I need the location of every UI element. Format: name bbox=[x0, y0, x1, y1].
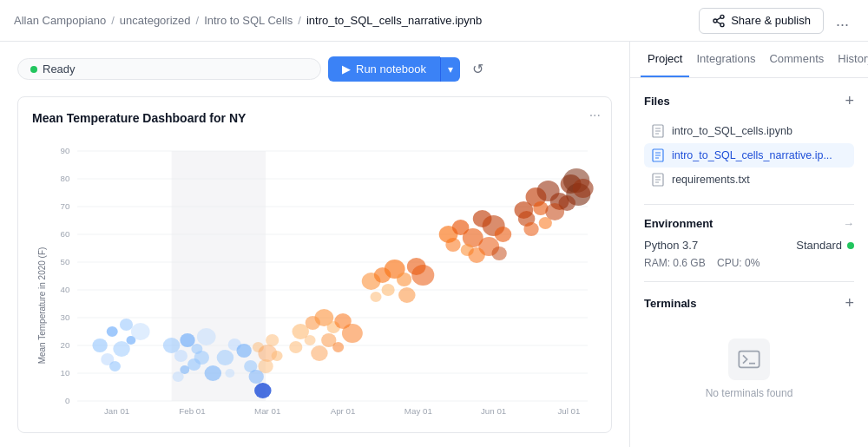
svg-point-71 bbox=[289, 341, 302, 353]
terminals-section: Terminals + No terminals found bbox=[644, 294, 854, 417]
notebook-area: Ready ▶ Run notebook ▾ ↺ Mean Temperatur… bbox=[0, 42, 629, 447]
breadcrumb-item-3[interactable]: Intro to SQL Cells bbox=[204, 14, 293, 27]
add-file-button[interactable]: + bbox=[845, 92, 854, 110]
sidebar-tabs: Project Integrations Comments History bbox=[630, 42, 868, 78]
svg-point-43 bbox=[180, 333, 194, 347]
sidebar-content: Files + intro_to_SQL_cells.ipynb bbox=[630, 78, 868, 447]
more-options-button[interactable]: ... bbox=[831, 8, 854, 34]
svg-point-49 bbox=[173, 371, 184, 382]
environment-section: Environment → Python 3.7 Standard RAM: 0… bbox=[644, 217, 854, 269]
svg-point-48 bbox=[194, 351, 209, 365]
svg-point-62 bbox=[254, 383, 272, 398]
status-dot bbox=[30, 66, 37, 73]
share-publish-button[interactable]: Share & publish bbox=[699, 8, 824, 34]
svg-text:80: 80 bbox=[61, 174, 70, 183]
svg-point-73 bbox=[332, 342, 344, 352]
file-item-2[interactable]: intro_to_SQL_cells_narrative.ip... bbox=[644, 143, 854, 168]
svg-point-107 bbox=[539, 217, 552, 229]
file-item-1[interactable]: intro_to_SQL_cells.ipynb bbox=[644, 119, 854, 143]
terminals-section-header: Terminals + bbox=[644, 294, 854, 312]
env-stats: RAM: 0.6 GB CPU: 0% bbox=[644, 257, 854, 269]
svg-point-33 bbox=[92, 339, 107, 352]
tab-integrations[interactable]: Integrations bbox=[689, 42, 762, 77]
add-terminal-button[interactable]: + bbox=[845, 294, 854, 312]
tab-project[interactable]: Project bbox=[641, 42, 689, 77]
status-label: Ready bbox=[43, 62, 76, 76]
env-arrow-icon: → bbox=[843, 217, 854, 230]
breadcrumb-sep-1: / bbox=[111, 14, 115, 27]
svg-point-61 bbox=[266, 334, 279, 346]
chart-container: Mean Temperature Dashboard for NY ··· Me… bbox=[17, 96, 612, 433]
svg-point-88 bbox=[495, 227, 512, 242]
svg-point-42 bbox=[174, 350, 187, 362]
svg-point-0 bbox=[720, 15, 724, 18]
chart-title: Mean Temperature Dashboard for NY bbox=[32, 111, 597, 125]
svg-text:70: 70 bbox=[61, 201, 70, 211]
divider-1 bbox=[644, 204, 854, 205]
svg-text:40: 40 bbox=[61, 285, 70, 294]
svg-point-89 bbox=[445, 238, 460, 252]
svg-point-77 bbox=[397, 273, 411, 286]
tab-comments[interactable]: Comments bbox=[762, 42, 831, 77]
breadcrumb-item-2[interactable]: uncategorized bbox=[120, 14, 191, 27]
run-dropdown-button[interactable]: ▾ bbox=[440, 57, 460, 82]
svg-point-79 bbox=[382, 284, 395, 296]
breadcrumb: Allan Campopiano / uncategorized / Intro… bbox=[14, 14, 482, 27]
file-name-3: requirements.txt bbox=[672, 174, 750, 186]
svg-text:Jan 01: Jan 01 bbox=[104, 406, 129, 416]
svg-text:90: 90 bbox=[61, 146, 70, 155]
divider-2 bbox=[644, 281, 854, 282]
notebook-icon-2 bbox=[651, 148, 665, 162]
file-item-3[interactable]: requirements.txt bbox=[644, 168, 854, 192]
main-layout: Ready ▶ Run notebook ▾ ↺ Mean Temperatur… bbox=[0, 42, 868, 447]
refresh-button[interactable]: ↺ bbox=[467, 56, 489, 82]
svg-point-50 bbox=[205, 365, 222, 381]
svg-point-70 bbox=[342, 324, 363, 343]
svg-text:Feb 01: Feb 01 bbox=[179, 406, 205, 416]
env-status-dot bbox=[847, 242, 854, 249]
svg-point-35 bbox=[113, 341, 130, 357]
svg-point-1 bbox=[713, 19, 717, 23]
svg-point-39 bbox=[131, 323, 150, 340]
breadcrumb-current: intro_to_SQL_cells_narrative.ipynb bbox=[306, 14, 482, 27]
breadcrumb-sep-2: / bbox=[196, 14, 200, 27]
chart-more-button[interactable]: ··· bbox=[589, 108, 601, 123]
tab-history[interactable]: History bbox=[831, 42, 868, 77]
svg-text:May 01: May 01 bbox=[404, 406, 432, 416]
env-section-header: Environment → bbox=[644, 217, 854, 230]
terminals-empty-state: No terminals found bbox=[644, 321, 854, 417]
run-notebook-button[interactable]: ▶ Run notebook bbox=[328, 56, 440, 82]
svg-text:Mar 01: Mar 01 bbox=[254, 406, 280, 416]
env-type-row: Standard bbox=[796, 239, 854, 252]
refresh-icon: ↺ bbox=[472, 62, 483, 76]
right-sidebar: Project Integrations Comments History Fi… bbox=[629, 42, 868, 447]
env-section-title: Environment bbox=[644, 217, 713, 230]
scatter-chart: Mean Temperature in 2020 (F) 0 10 20 30 bbox=[32, 132, 597, 418]
chart-area: Mean Temperature in 2020 (F) 0 10 20 30 bbox=[32, 132, 597, 418]
svg-point-106 bbox=[523, 222, 538, 236]
notebook-icon-1 bbox=[651, 124, 665, 138]
svg-text:60: 60 bbox=[61, 229, 70, 239]
terminals-section-title: Terminals bbox=[644, 297, 696, 310]
svg-point-45 bbox=[197, 328, 216, 345]
svg-point-68 bbox=[305, 335, 316, 345]
svg-text:20: 20 bbox=[61, 340, 70, 350]
svg-point-40 bbox=[109, 361, 121, 371]
svg-point-34 bbox=[107, 326, 118, 337]
x-axis: Jan 01 Feb 01 Mar 01 Apr 01 May 01 Jun 0… bbox=[104, 406, 580, 416]
svg-text:Jun 01: Jun 01 bbox=[481, 406, 506, 416]
breadcrumb-item-1[interactable]: Allan Campopiano bbox=[14, 14, 106, 27]
svg-point-51 bbox=[217, 350, 234, 365]
svg-point-92 bbox=[468, 247, 485, 263]
python-version-label: Python 3.7 bbox=[644, 239, 698, 252]
run-button-group: ▶ Run notebook ▾ bbox=[328, 56, 460, 82]
svg-text:10: 10 bbox=[61, 368, 70, 378]
svg-point-59 bbox=[225, 369, 234, 378]
svg-point-58 bbox=[272, 351, 283, 361]
topbar: Allan Campopiano / uncategorized / Intro… bbox=[0, 0, 868, 42]
status-badge: Ready bbox=[17, 58, 321, 80]
svg-text:0: 0 bbox=[65, 396, 69, 405]
cpu-label: CPU: 0% bbox=[717, 257, 760, 269]
env-info-row: Python 3.7 Standard bbox=[644, 239, 854, 252]
file-name-1: intro_to_SQL_cells.ipynb bbox=[672, 125, 792, 137]
